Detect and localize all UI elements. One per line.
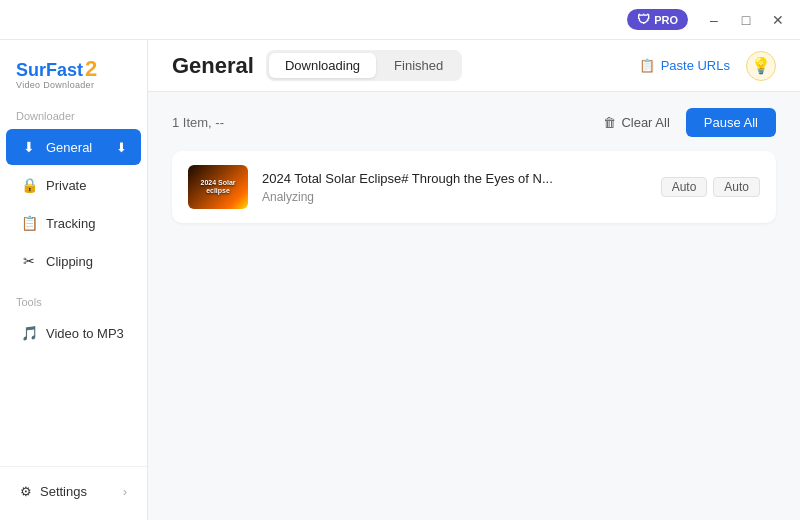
- item-count: 1 Item, --: [172, 115, 224, 130]
- sidebar-item-tracking-label: Tracking: [46, 216, 95, 231]
- logo-text: SurFast: [16, 60, 83, 81]
- content-toolbar: 1 Item, -- 🗑 Clear All Pause All: [172, 108, 776, 137]
- download-status: Analyzing: [262, 190, 647, 204]
- settings-gear-icon: ⚙: [20, 484, 32, 499]
- paste-urls-button[interactable]: 📋 Paste URLs: [633, 54, 736, 77]
- downloader-section-label: Downloader: [0, 106, 147, 128]
- logo-num: 2: [85, 56, 97, 82]
- logo: SurFast 2: [16, 56, 131, 82]
- sidebar-item-private-label: Private: [46, 178, 86, 193]
- sidebar: SurFast 2 Video Downloader Downloader ⬇ …: [0, 40, 148, 520]
- clear-all-button[interactable]: 🗑 Clear All: [597, 111, 675, 134]
- toolbar-right: 🗑 Clear All Pause All: [597, 108, 776, 137]
- pro-badge-icon: 🛡: [637, 12, 650, 27]
- trash-icon: 🗑: [603, 115, 616, 130]
- download-title: 2024 Total Solar Eclipse# Through the Ey…: [262, 171, 647, 186]
- title-bar: 🛡 PRO – □ ✕: [0, 0, 800, 40]
- settings-label: Settings: [40, 484, 87, 499]
- tab-downloading[interactable]: Downloading: [269, 53, 376, 78]
- sidebar-item-video-to-mp3-label: Video to MP3: [46, 326, 124, 341]
- thumb-text: 2024 Solar eclipse: [188, 177, 248, 198]
- page-title: General: [172, 53, 254, 79]
- private-icon: 🔒: [20, 176, 38, 194]
- pause-all-button[interactable]: Pause All: [686, 108, 776, 137]
- clipping-icon: ✂: [20, 252, 38, 270]
- sidebar-item-general-label: General: [46, 140, 92, 155]
- main-header-right: 📋 Paste URLs 💡: [633, 51, 776, 81]
- minimize-button[interactable]: –: [700, 6, 728, 34]
- tab-finished[interactable]: Finished: [378, 53, 459, 78]
- download-info: 2024 Total Solar Eclipse# Through the Ey…: [262, 171, 647, 204]
- settings-left: ⚙ Settings: [20, 484, 87, 499]
- clear-all-label: Clear All: [621, 115, 669, 130]
- logo-area: SurFast 2 Video Downloader: [0, 52, 147, 106]
- lightbulb-icon: 💡: [751, 56, 771, 75]
- settings-row[interactable]: ⚙ Settings ›: [6, 476, 141, 507]
- tools-section-label: Tools: [0, 292, 147, 314]
- window-controls: 🛡 PRO – □ ✕: [627, 6, 792, 34]
- download-thumbnail: 2024 Solar eclipse: [188, 165, 248, 209]
- pro-badge-label: PRO: [654, 14, 678, 26]
- sidebar-item-clipping-label: Clipping: [46, 254, 93, 269]
- paste-icon: 📋: [639, 58, 655, 73]
- sidebar-item-tracking[interactable]: 📋 Tracking: [6, 205, 141, 241]
- settings-chevron-icon: ›: [123, 484, 127, 499]
- sidebar-item-private[interactable]: 🔒 Private: [6, 167, 141, 203]
- sidebar-item-clipping[interactable]: ✂ Clipping: [6, 243, 141, 279]
- download-icon: ⬇: [20, 138, 38, 156]
- lightbulb-button[interactable]: 💡: [746, 51, 776, 81]
- tabs: Downloading Finished: [266, 50, 462, 81]
- pro-badge[interactable]: 🛡 PRO: [627, 9, 688, 30]
- logo-subtitle: Video Downloader: [16, 80, 131, 90]
- tracking-icon: 📋: [20, 214, 38, 232]
- content-area: 1 Item, -- 🗑 Clear All Pause All 2024 So…: [148, 92, 800, 520]
- download-item: 2024 Solar eclipse 2024 Total Solar Ecli…: [172, 151, 776, 223]
- maximize-button[interactable]: □: [732, 6, 760, 34]
- sidebar-item-general[interactable]: ⬇ General ⬇: [6, 129, 141, 165]
- download-tag-1: Auto: [661, 177, 708, 197]
- sidebar-item-video-to-mp3[interactable]: 🎵 Video to MP3: [6, 315, 141, 351]
- main-header-left: General Downloading Finished: [172, 50, 462, 81]
- download-tags: Auto Auto: [661, 177, 760, 197]
- main-content: General Downloading Finished 📋 Paste URL…: [148, 40, 800, 520]
- sidebar-download-arrow: ⬇: [116, 140, 127, 155]
- sidebar-bottom: ⚙ Settings ›: [0, 466, 147, 508]
- music-icon: 🎵: [20, 324, 38, 342]
- app-body: SurFast 2 Video Downloader Downloader ⬇ …: [0, 40, 800, 520]
- paste-urls-label: Paste URLs: [661, 58, 730, 73]
- download-tag-2: Auto: [713, 177, 760, 197]
- close-button[interactable]: ✕: [764, 6, 792, 34]
- main-header: General Downloading Finished 📋 Paste URL…: [148, 40, 800, 92]
